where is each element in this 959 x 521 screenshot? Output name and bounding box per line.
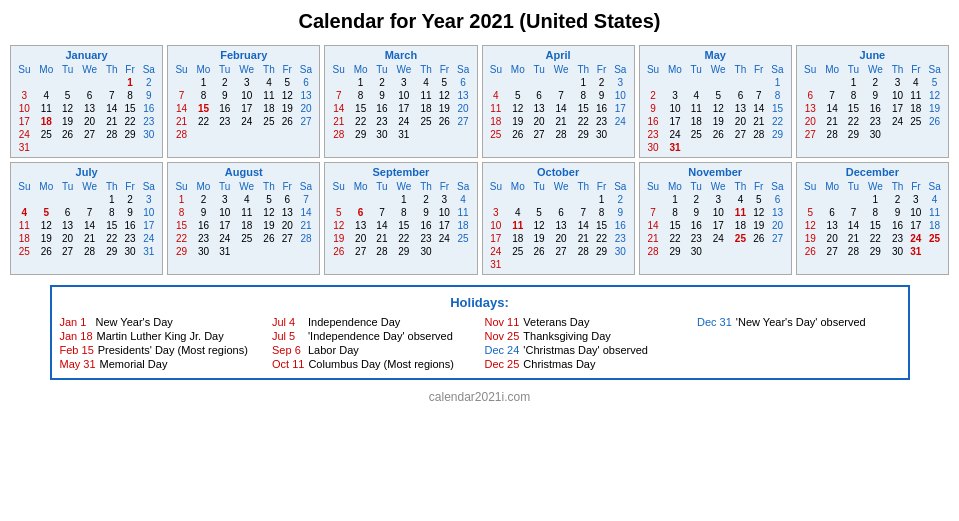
calendar-day: 12 xyxy=(750,206,767,219)
day-header: Tu xyxy=(372,180,391,193)
holiday-entry: May 31Memorial Day xyxy=(60,358,263,370)
holiday-date: Jul 4 xyxy=(272,316,304,328)
calendar-day xyxy=(506,76,529,89)
day-header: Sa xyxy=(924,180,945,193)
calendar-day: 28 xyxy=(750,128,767,141)
day-header: Tu xyxy=(844,180,863,193)
calendar-day: 27 xyxy=(453,115,474,128)
calendar-day: 17 xyxy=(663,115,686,128)
calendar-day: 25 xyxy=(453,232,474,245)
calendar-day: 9 xyxy=(610,206,631,219)
calendar-day: 1 xyxy=(192,76,215,89)
calendar-day: 30 xyxy=(888,245,908,258)
calendar-day: 1 xyxy=(171,193,192,206)
day-header: Su xyxy=(328,180,349,193)
holiday-name: Labor Day xyxy=(308,344,359,356)
calendar-day: 4 xyxy=(506,206,529,219)
calendar-day: 12 xyxy=(529,219,548,232)
calendar-day: 28 xyxy=(77,245,102,258)
day-header: Fr xyxy=(122,63,139,76)
month-box-march: MarchSuMoTuWeThFrSa123456789101112131415… xyxy=(324,45,477,158)
holiday-entry: Dec 25Christmas Day xyxy=(485,358,688,370)
holiday-entry: Jan 1New Year's Day xyxy=(60,316,263,328)
day-header: Th xyxy=(102,63,122,76)
calendar-day: 27 xyxy=(549,245,574,258)
holiday-name: 'New Year's Day' observed xyxy=(736,316,866,328)
calendar-day xyxy=(888,128,908,141)
calendar-day: 31 xyxy=(14,141,35,154)
calendar-day: 3 xyxy=(14,89,35,102)
calendar-day: 25 xyxy=(924,232,945,245)
calendar-day: 6 xyxy=(349,206,372,219)
calendar-day: 5 xyxy=(259,193,279,206)
calendar-day: 5 xyxy=(506,89,529,102)
calendar-day: 15 xyxy=(122,102,139,115)
calendar-day: 10 xyxy=(908,206,925,219)
calendar-day: 16 xyxy=(122,219,139,232)
calendar-day: 20 xyxy=(730,115,750,128)
calendar-day: 9 xyxy=(593,89,610,102)
calendar-day: 11 xyxy=(416,89,436,102)
calendar-day xyxy=(706,76,731,89)
calendar-day: 2 xyxy=(372,76,391,89)
calendar-day: 24 xyxy=(706,232,731,245)
calendar-day xyxy=(58,193,77,206)
calendar-day: 19 xyxy=(800,232,821,245)
day-header: Sa xyxy=(610,63,631,76)
holiday-entry: Jan 18Martin Luther King Jr. Day xyxy=(60,330,263,342)
calendar-day: 22 xyxy=(663,232,686,245)
calendar-day: 20 xyxy=(296,102,317,115)
holiday-entry xyxy=(697,330,900,342)
calendar-day: 28 xyxy=(102,128,122,141)
calendar-day: 15 xyxy=(593,219,610,232)
day-header: Tu xyxy=(215,63,234,76)
calendar-day: 29 xyxy=(663,245,686,258)
holiday-date: Sep 6 xyxy=(272,344,304,356)
holiday-entry: Nov 11Veterans Day xyxy=(485,316,688,328)
calendar-day: 16 xyxy=(643,115,664,128)
calendar-day: 26 xyxy=(706,128,731,141)
day-header: Su xyxy=(14,63,35,76)
holiday-date: Dec 24 xyxy=(485,344,520,356)
month-box-october: OctoberSuMoTuWeThFrSa1234567891011121314… xyxy=(482,162,635,275)
calendar-day: 18 xyxy=(730,219,750,232)
calendar-day: 16 xyxy=(138,102,159,115)
day-header: Mo xyxy=(35,180,58,193)
holiday-date: Jan 1 xyxy=(60,316,92,328)
calendar-day: 20 xyxy=(349,232,372,245)
calendar-day xyxy=(529,76,548,89)
month-title: January xyxy=(14,49,159,61)
calendar-day: 13 xyxy=(529,102,548,115)
calendar-day: 19 xyxy=(279,102,296,115)
calendar-day: 27 xyxy=(529,128,548,141)
calendar-day: 1 xyxy=(844,76,863,89)
calendar-day: 9 xyxy=(687,206,706,219)
calendar-day: 1 xyxy=(767,76,788,89)
calendar-day: 24 xyxy=(14,128,35,141)
calendar-day xyxy=(844,193,863,206)
calendar-day: 5 xyxy=(436,76,453,89)
holiday-name: Columbus Day (Most regions) xyxy=(308,358,454,370)
day-header: Sa xyxy=(767,180,788,193)
calendar-day: 31 xyxy=(908,245,925,258)
calendar-day: 18 xyxy=(259,102,279,115)
calendar-day: 24 xyxy=(486,245,507,258)
calendar-day: 17 xyxy=(706,219,731,232)
calendar-day: 15 xyxy=(192,102,215,115)
calendar-day xyxy=(593,258,610,271)
day-header: Tu xyxy=(215,180,234,193)
calendar-day: 1 xyxy=(593,193,610,206)
calendar-day: 14 xyxy=(821,102,844,115)
calendar-day xyxy=(453,128,474,141)
calendar-day: 23 xyxy=(687,232,706,245)
calendar-day: 29 xyxy=(767,128,788,141)
calendar-day: 1 xyxy=(392,193,417,206)
calendar-day xyxy=(279,128,296,141)
day-header: Fr xyxy=(122,180,139,193)
calendar-day: 2 xyxy=(192,193,215,206)
calendar-day: 22 xyxy=(573,115,593,128)
calendar-day: 18 xyxy=(924,219,945,232)
calendar-day: 10 xyxy=(610,89,631,102)
calendar-day: 31 xyxy=(663,141,686,154)
month-title: March xyxy=(328,49,473,61)
